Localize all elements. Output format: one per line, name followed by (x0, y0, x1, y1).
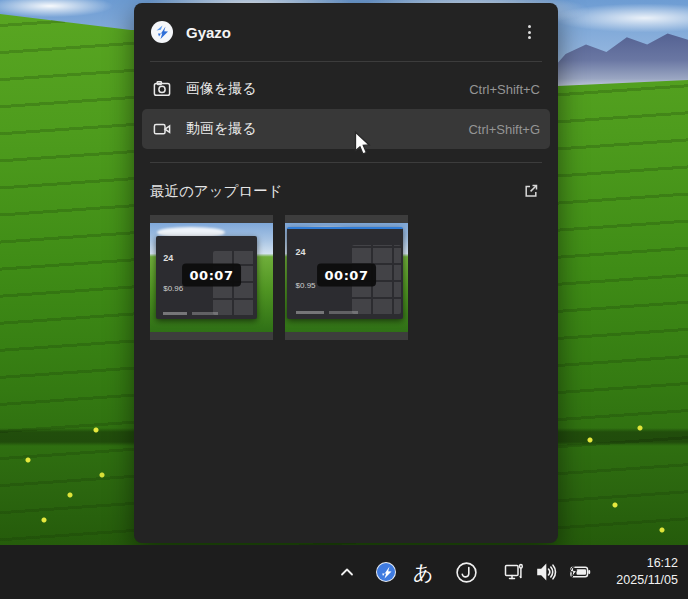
clock-date: 2025/11/05 (616, 572, 678, 589)
show-hidden-icons-button[interactable] (337, 554, 357, 590)
menu-item-capture-video[interactable]: 動画を撮る Ctrl+Shift+G (142, 109, 550, 149)
menu-item-label: 画像を撮る (186, 80, 455, 98)
monitor-pen-icon (502, 560, 526, 584)
video-camera-icon (152, 119, 172, 139)
desktop: Gyazo 画像を撮る Ctrl+Shift+C (0, 0, 688, 599)
upload-thumbnail[interactable]: 24 $0.96 00:07 (150, 215, 273, 340)
ime-icon: あ (413, 562, 433, 582)
gyazo-logo-icon (150, 20, 174, 44)
chevron-up-icon (337, 562, 357, 582)
gyazo-popup: Gyazo 画像を撮る Ctrl+Shift+C (134, 3, 558, 543)
menu-item-shortcut: Ctrl+Shift+C (469, 82, 540, 97)
circled-j-icon (455, 561, 478, 584)
thumbnail-screenshot: 24 $0.96 00:07 (150, 223, 273, 332)
thumbnail-value: 24 (296, 247, 306, 257)
thumbnail-screenshot: 24 $0.95 00:07 (285, 223, 408, 332)
camera-icon (152, 79, 172, 99)
tray-app-button[interactable] (455, 554, 478, 590)
gyazo-tray-icon (375, 561, 397, 583)
menu-item-shortcut: Ctrl+Shift+G (468, 122, 540, 137)
speaker-icon (534, 560, 558, 584)
menu-item-capture-image[interactable]: 画像を撮る Ctrl+Shift+C (142, 69, 550, 109)
thumbnail-value: $0.96 (163, 284, 183, 293)
clock-time: 16:12 (616, 555, 678, 572)
external-link-icon (522, 182, 540, 200)
kebab-menu-button[interactable] (516, 19, 542, 45)
recent-uploads-title: 最近のアップロード (150, 182, 283, 201)
popup-title: Gyazo (186, 24, 231, 41)
open-uploads-button[interactable] (520, 180, 542, 202)
volume-button[interactable] (534, 554, 558, 590)
recording-timer-badge: 00:07 (317, 264, 377, 287)
battery-charging-icon (566, 560, 592, 584)
upload-thumbnail[interactable]: 24 $0.95 00:07 (285, 215, 408, 340)
gyazo-tray-button[interactable] (375, 554, 397, 590)
taskbar: あ (0, 545, 688, 599)
battery-button[interactable] (566, 554, 592, 590)
thumbnail-value: $0.95 (296, 281, 316, 290)
device-tray-button[interactable] (502, 554, 526, 590)
recording-timer-badge: 00:07 (182, 264, 242, 287)
ime-mode-button[interactable]: あ (413, 554, 433, 590)
kebab-menu-icon (528, 25, 531, 28)
taskbar-clock[interactable]: 16:12 2025/11/05 (616, 555, 678, 589)
recent-uploads-list: 24 $0.96 00:07 24 $0.95 00:07 (134, 213, 558, 342)
recent-uploads-header: 最近のアップロード (134, 163, 558, 213)
capture-menu: 画像を撮る Ctrl+Shift+C 動画を撮る Ctrl+Shift+G (134, 62, 558, 152)
menu-item-label: 動画を撮る (186, 120, 454, 138)
thumbnail-value: 24 (163, 253, 173, 263)
popup-header: Gyazo (134, 3, 558, 61)
